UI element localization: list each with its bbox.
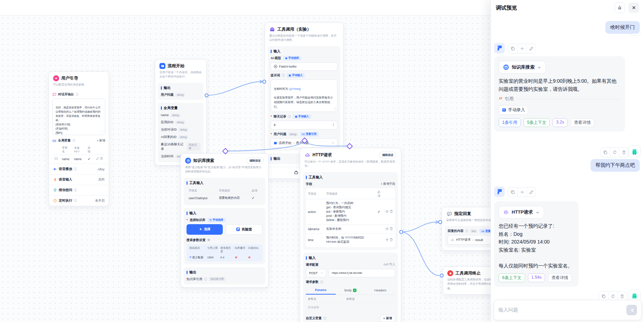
context-count-badge[interactable]: 5条上下文 [524, 118, 550, 127]
setting-row-stt[interactable]: 语音输入 关闭 [49, 174, 109, 185]
edit-icon[interactable] [96, 157, 99, 160]
number-stepper[interactable]: ▲▼ [333, 123, 334, 127]
user-message[interactable]: 啥时候开门 [605, 21, 640, 34]
variable-ref-badge: {x}变量引用 [300, 132, 318, 137]
add-field-button[interactable]: + 新增字段 [381, 182, 395, 186]
edit-icon[interactable] [526, 188, 536, 197]
view-detail-button[interactable]: 查看详情 [548, 273, 572, 282]
info-icon: ⓘ [74, 199, 77, 203]
tab-body[interactable]: Body✓ [336, 286, 366, 295]
node-subtitle: 通过AI模型自动选择一个或多个功能块进行调用，也可以对插件进行调用。 [265, 34, 343, 43]
send-button[interactable] [626, 305, 637, 315]
node-http-request[interactable]: HTTP HTTP请求 编辑描述 可以发出一个 HTTP 请求，实现更为复杂的操… [300, 148, 401, 322]
setting-row-guess[interactable]: 猜你想问 ⓘ [49, 185, 109, 195]
model-select[interactable]: FastAI-turbo [271, 62, 337, 71]
user-message[interactable]: 帮我约下午两点吧 [591, 159, 640, 172]
runtime-badge[interactable]: 1.54s [528, 273, 545, 282]
output-name: 用户问题 [161, 93, 173, 97]
chat-input-bar[interactable]: 输入问题 [494, 300, 642, 320]
trash-icon[interactable] [390, 210, 393, 213]
node-user-guide[interactable]: Hi 用户引导 可以配置应用的系统参数。 对话开场白 ⓘ 你好，我是实验室助手，… [49, 71, 109, 206]
opening-textarea[interactable]: 你好，我是实验室助手，请问有什么可以帮助你的么？如需预约或修改预约的实验室，请提… [52, 99, 105, 135]
http-tool-input-section: 工具输入 字段 + 新增字段 字段名 字段描述 必须 action 预约行为，一… [303, 172, 398, 250]
copy-icon[interactable] [508, 188, 517, 197]
type-tag: string [178, 128, 188, 132]
tts-play-icon[interactable] [517, 44, 526, 53]
add-variable-button[interactable]: + 新增 [97, 139, 105, 143]
broom-icon [617, 5, 622, 10]
curl-import-link[interactable]: curl 导入 [384, 263, 395, 267]
chat-scroll-area[interactable]: 啥时候开门 知识库搜索 实验室的营业时间是早上9:00到晚上5:00。如果有其他… [491, 15, 644, 300]
trash-icon[interactable] [390, 227, 393, 231]
request-config-label: 请求配置 [306, 263, 318, 267]
info-icon: ⓘ [74, 188, 77, 192]
copy-icon[interactable] [508, 44, 517, 53]
opening-label: 对话开场白 [58, 92, 74, 97]
tts-play-icon[interactable] [517, 188, 526, 197]
method-select[interactable]: POST [306, 269, 326, 277]
node-kb-search[interactable]: 知识库搜索 编辑描述 调用"语义检索"和"全文检索"能力，从"知识库"中查找实验… [181, 153, 269, 288]
tool-name: HTTP请求 [512, 209, 533, 215]
trash-icon[interactable] [390, 238, 393, 241]
prompt-textarea[interactable]: 当前时间为: {{cTime}} 你是实验室助手，用户可能会询问实验室相关介绍或… [271, 80, 337, 112]
edit-icon[interactable] [526, 44, 536, 53]
pointer-icon [199, 228, 202, 231]
url-input[interactable]: https://dxbs7j.laf.dev/lab [329, 269, 395, 277]
setting-row-schedule[interactable]: 定时执行 ⓘ 未开启 [49, 195, 109, 206]
add-param-placeholder[interactable]: 添加参数 [306, 303, 395, 312]
trash-icon[interactable] [100, 157, 103, 160]
stop-icon [447, 270, 453, 276]
gear-icon[interactable] [385, 238, 389, 241]
tab-headers[interactable]: Headers [365, 286, 395, 295]
model-value: FastAI-turbo [279, 65, 297, 68]
eye-icon[interactable] [385, 210, 389, 213]
history-number-input[interactable]: 6 ▲▼ [271, 121, 337, 130]
chevron-down-icon [332, 141, 334, 144]
cloud-icon [503, 209, 509, 215]
question-select[interactable]: 流程开始 › 用户问题 [271, 138, 337, 148]
globals-table: 变量名 变量 KEY 必填 name name ✓ [52, 145, 105, 163]
view-detail-button[interactable]: 查看详情 [570, 118, 594, 127]
trash-icon[interactable] [619, 148, 628, 157]
gear-icon[interactable]: ⚙ [207, 238, 210, 242]
tool-run-pill-http[interactable]: HTTP请求 [499, 206, 544, 219]
ai-message-toolbar [508, 44, 536, 53]
tab-params[interactable]: Params [306, 286, 336, 295]
ai-avatar [494, 43, 505, 53]
node-title: HTTP请求 [312, 152, 332, 158]
model-label: AI 模型 [271, 56, 281, 61]
node-flow-start[interactable]: 流程开始 当用户发送一个内容后，流程将会从这个模块开始执行。 输出 用户问题 s… [155, 59, 207, 165]
var-key: name [72, 155, 86, 163]
citation-count-badge[interactable]: 1条引用 [499, 118, 521, 127]
setting-row-tts[interactable]: 语音播放 ⓘ Alloy [49, 164, 109, 174]
select-dataset-button[interactable]: 选择 [187, 224, 223, 235]
clear-history-button[interactable] [614, 2, 625, 13]
resize-handle-icon[interactable]: ⋰ [101, 130, 104, 134]
edit-desc-button[interactable]: 编辑描述 [246, 157, 264, 164]
citation-source-chip[interactable]: 手动录入 [499, 105, 528, 115]
user-avatar [629, 145, 640, 157]
dataset-chip[interactable]: 实验室 [226, 224, 263, 235]
retry-icon[interactable] [610, 148, 619, 157]
braces-icon: {x} [52, 139, 56, 142]
tool-name: 知识库搜索 [512, 64, 535, 70]
node-subtitle: 可以发出一个 HTTP 请求，实现更为复杂的操作（联网搜索，数据库查询等） [300, 160, 401, 169]
prompt-body: 你是实验室助手，用户可能会询问实验室相关介绍或预约实验室。请选择合适的工具去帮助… [274, 96, 334, 109]
add-custom-var-button[interactable]: + 新增 [380, 315, 395, 322]
tool-run-pill-kb[interactable]: 知识库搜索 [499, 61, 546, 74]
manual-select-badge: 手动选择 [207, 218, 226, 222]
reply-content-label: 回复的内容 [448, 229, 463, 233]
eye-icon[interactable] [385, 227, 389, 231]
edit-desc-button[interactable]: 编辑描述 [379, 152, 397, 158]
close-icon[interactable]: ✕ [629, 2, 639, 13]
info-icon: ⓘ [74, 167, 77, 171]
globals-label: 全局变量 [58, 138, 71, 143]
manual-entry-icon [502, 108, 506, 112]
ai-message-text: 您已经有一个预约记录了: 姓名：Dog 时间: 2024/05/09 14:00… [499, 222, 574, 270]
expand-icon[interactable]: ⤢ [334, 107, 336, 111]
runtime-badge[interactable]: 3.2s [553, 118, 568, 127]
copy-icon[interactable] [601, 148, 610, 157]
database-icon [503, 64, 509, 70]
context-count-badge[interactable]: 6条上下文 [499, 273, 525, 282]
body-check-icon: ✓ [353, 289, 356, 292]
